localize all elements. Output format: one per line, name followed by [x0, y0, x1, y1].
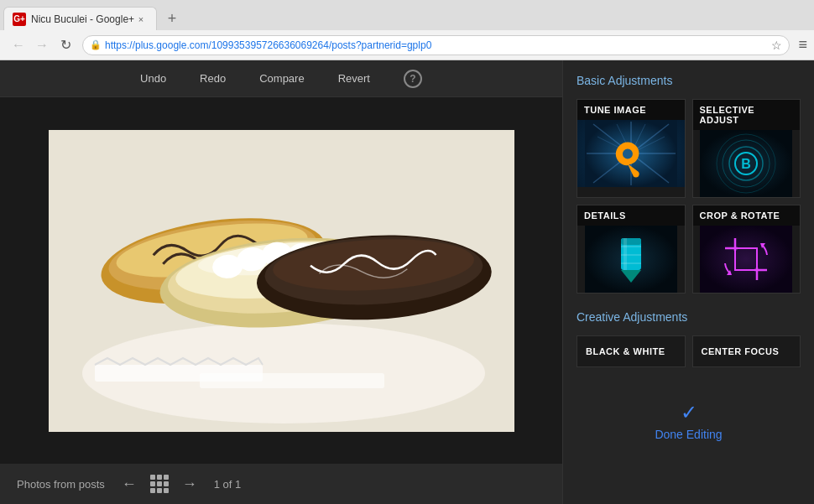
photo-frame	[49, 130, 514, 432]
photo-editor: Undo Redo Compare Revert ?	[0, 60, 562, 504]
done-check-icon: ✓	[681, 401, 697, 424]
editor-bottom-bar: Photos from posts ← → 1 of 1	[0, 464, 562, 504]
browser-menu-button[interactable]: ≡	[798, 36, 807, 54]
creative-adjustments-grid: BLACK & WHITE CENTER FOCUS	[577, 335, 801, 367]
editor-toolbar: Undo Redo Compare Revert ?	[0, 60, 562, 97]
svg-rect-18	[200, 373, 384, 388]
prev-photo-button[interactable]: ←	[115, 475, 143, 493]
svg-text:B: B	[741, 157, 751, 171]
tune-image-svg	[585, 120, 677, 187]
details-svg	[585, 226, 677, 293]
details-label: DETAILS	[577, 205, 685, 226]
grid-dot	[157, 481, 162, 486]
tune-image-background	[577, 120, 685, 187]
next-photo-button[interactable]: →	[175, 475, 204, 493]
ssl-lock-icon: 🔒	[90, 39, 102, 50]
photos-label: Photos from posts	[17, 478, 105, 491]
url-text: https://plus.google.com/1099353957266360…	[105, 39, 768, 51]
tune-image-icon-area	[577, 120, 685, 187]
basic-adjustments-title: Basic Adjustments	[577, 74, 801, 87]
black-white-card[interactable]: BLACK & WHITE	[577, 335, 686, 367]
svg-rect-47	[700, 226, 792, 293]
grid-dot	[157, 475, 162, 480]
nav-bar: ← → ↻ 🔒 https://plus.google.com/10993539…	[0, 30, 814, 60]
details-card[interactable]: DETAILS	[577, 205, 686, 294]
done-editing-button[interactable]: ✓ Done Editing	[577, 392, 801, 449]
browser-chrome: G+ Nicu Buculei - Google+ × + ← → ↻ 🔒 ht…	[0, 0, 814, 60]
redo-button[interactable]: Redo	[200, 72, 226, 85]
grid-view-button[interactable]	[150, 475, 169, 493]
bookmark-icon[interactable]: ☆	[771, 39, 782, 52]
address-bar[interactable]: 🔒 https://plus.google.com/10993539572663…	[82, 35, 790, 55]
crop-rotate-icon-area	[693, 226, 801, 293]
selective-adjust-icon-area: B	[693, 130, 801, 197]
new-tab-button[interactable]: +	[160, 7, 184, 30]
photo-svg	[49, 130, 514, 432]
forward-button[interactable]: →	[30, 34, 54, 57]
tune-image-label: TUNE IMAGE	[577, 100, 685, 120]
right-panel: Basic Adjustments TUNE IMAGE	[562, 60, 814, 504]
grid-dot	[157, 488, 162, 493]
help-button[interactable]: ?	[404, 70, 422, 88]
revert-button[interactable]: Revert	[338, 72, 370, 85]
svg-rect-43	[624, 238, 627, 270]
center-focus-label: CENTER FOCUS	[702, 346, 780, 356]
creative-adjustments-title: Creative Adjustments	[577, 310, 801, 324]
photo-image	[49, 130, 514, 432]
grid-dot	[150, 488, 155, 493]
selective-adjust-label: SELECTIVE ADJUST	[693, 100, 801, 130]
photo-container	[0, 97, 562, 464]
grid-dot	[164, 481, 169, 486]
grid-dot	[150, 475, 155, 480]
tune-image-card[interactable]: TUNE IMAGE	[577, 99, 686, 198]
tab-favicon: G+	[13, 13, 26, 26]
tab-bar: G+ Nicu Buculei - Google+ × +	[0, 0, 814, 30]
crop-rotate-card[interactable]: CROP & ROTATE	[692, 205, 801, 294]
active-tab[interactable]: G+ Nicu Buculei - Google+ ×	[3, 7, 157, 30]
grid-dot	[150, 481, 155, 486]
grid-dot	[164, 475, 169, 480]
basic-adjustments-grid: TUNE IMAGE	[577, 99, 801, 294]
grid-dot	[164, 488, 169, 493]
selective-adjust-svg: B	[700, 130, 792, 197]
done-editing-label: Done Editing	[655, 428, 722, 441]
tab-close-button[interactable]: ×	[134, 13, 148, 26]
undo-button[interactable]: Undo	[140, 72, 166, 85]
tab-title: Nicu Buculei - Google+	[31, 13, 134, 25]
page-number: 1 of 1	[214, 478, 242, 491]
app-area: Undo Redo Compare Revert ?	[0, 60, 814, 504]
back-button[interactable]: ←	[7, 34, 30, 57]
black-white-label: BLACK & WHITE	[586, 346, 665, 356]
selective-adjust-card[interactable]: SELECTIVE ADJUST	[692, 99, 801, 198]
center-focus-card[interactable]: CENTER FOCUS	[692, 335, 801, 367]
crop-rotate-label: CROP & ROTATE	[693, 205, 801, 226]
refresh-button[interactable]: ↻	[54, 34, 77, 57]
details-icon-area	[577, 226, 685, 293]
crop-rotate-svg	[700, 226, 792, 293]
compare-button[interactable]: Compare	[259, 72, 304, 85]
